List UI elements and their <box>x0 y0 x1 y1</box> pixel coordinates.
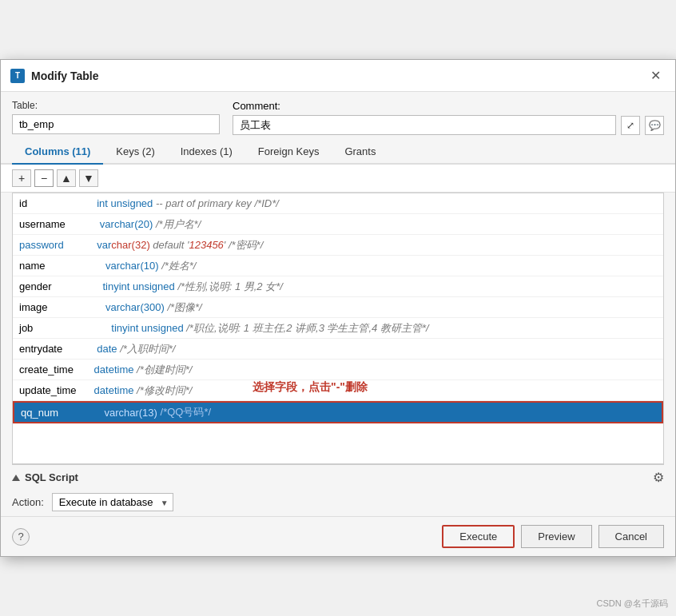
close-button[interactable]: ✕ <box>646 66 666 85</box>
col-name-gender: gender <box>19 280 91 292</box>
form-area: Table: Comment: ⤢ 💬 <box>1 92 675 140</box>
col-name-qq-num: qq_num <box>21 407 93 419</box>
columns-toolbar: + − ▲ ▼ <box>1 165 675 193</box>
col-comment-job: /*职位,说明: 1 班主任,2 讲师,3 学生主管,4 教研主管*/ <box>184 321 429 336</box>
table-row-selected[interactable]: qq_num varchar(13) /*QQ号码*/ <box>13 401 663 423</box>
sql-title: SQL Script <box>25 471 78 483</box>
dialog-icon: T <box>10 69 25 83</box>
col-comment-password: default '123456' /*密码*/ <box>150 238 264 252</box>
table-label: Table: <box>12 100 220 111</box>
table-name-group: Table: <box>12 100 220 134</box>
col-comment-id: -- part of primary key /*ID*/ <box>153 197 278 209</box>
table-row[interactable]: gender tinyint unsigned /*性别,说明: 1 男,2 女… <box>13 276 663 297</box>
footer-buttons: Execute Preview Cancel <box>442 525 664 548</box>
add-column-button[interactable]: + <box>12 169 31 187</box>
col-comment-qq-num: /*QQ号码*/ <box>157 405 211 419</box>
sql-header: SQL Script ⚙ <box>12 464 664 488</box>
cancel-button[interactable]: Cancel <box>598 525 664 548</box>
col-comment-image: /*图像*/ <box>165 300 202 315</box>
col-type-entrydate: date <box>91 343 117 355</box>
footer-row: ? Execute Preview Cancel <box>1 516 675 556</box>
table-row[interactable]: create_time datetime /*创建时间*/ <box>13 360 663 380</box>
col-name-image: image <box>19 301 91 313</box>
col-comment-name: /*姓名*/ <box>159 259 197 273</box>
tab-keys[interactable]: Keys (2) <box>103 140 167 165</box>
col-comment-entrydate: /*入职时间*/ <box>117 342 176 356</box>
remove-column-button[interactable]: − <box>34 169 54 187</box>
col-type-job: tinyint unsigned <box>91 322 184 334</box>
col-type-qq-num: varchar(13) <box>93 407 157 419</box>
sql-section: SQL Script ⚙ Action: Execute in database… <box>1 464 675 516</box>
table-row[interactable]: username varchar(20) /*用户名*/ <box>13 214 663 235</box>
title-bar-left: T Modify Table <box>10 69 99 83</box>
columns-table: id int unsigned -- part of primary key /… <box>12 193 664 464</box>
modify-table-dialog: T Modify Table ✕ Table: Comment: ⤢ 💬 Col… <box>0 59 676 557</box>
table-row[interactable]: update_time datetime /*修改时间*/ 选择字段，点击"-"… <box>13 380 663 401</box>
dialog-title: Modify Table <box>31 70 99 82</box>
col-name-id: id <box>19 197 91 209</box>
col-name-username: username <box>19 218 91 230</box>
action-select[interactable]: Execute in database Preview only None <box>52 493 173 511</box>
watermark: CSDN @名千源码 <box>597 598 668 610</box>
sql-header-left: SQL Script <box>12 471 78 483</box>
tab-columns[interactable]: Columns (11) <box>12 140 103 165</box>
col-comment-update-time: /*修改时间*/ <box>133 384 192 398</box>
table-row[interactable]: id int unsigned -- part of primary key /… <box>13 193 663 214</box>
tab-foreign-keys[interactable]: Foreign Keys <box>245 140 332 165</box>
gear-icon[interactable]: ⚙ <box>653 470 664 485</box>
comment-row: ⤢ 💬 <box>233 115 664 135</box>
col-comment-gender: /*性别,说明: 1 男,2 女*/ <box>175 280 283 294</box>
collapse-icon[interactable] <box>12 475 20 481</box>
table-row[interactable]: name varchar(10) /*姓名*/ <box>13 256 663 276</box>
col-name-name: name <box>19 260 91 272</box>
col-comment-create-time: /*创建时间*/ <box>133 363 192 377</box>
col-type-gender: tinyint unsigned <box>91 280 175 292</box>
annotation-text: 选择字段，点击"-"删除 <box>253 380 368 395</box>
comment-group: Comment: ⤢ 💬 <box>233 100 664 135</box>
col-name-job: job <box>19 322 91 334</box>
table-row[interactable]: password varchar(32) default '123456' /*… <box>13 235 663 256</box>
col-name-entrydate: entrydate <box>19 343 91 355</box>
col-type-update-time: datetime <box>91 384 133 396</box>
expand-comment-button[interactable]: ⤢ <box>621 116 640 135</box>
col-type-name: varchar(10) <box>91 260 159 272</box>
action-select-wrapper: Execute in database Preview only None <box>52 493 173 511</box>
comment-label: Comment: <box>233 100 664 112</box>
table-row[interactable]: job tinyint unsigned /*职位,说明: 1 班主任,2 讲师… <box>13 318 663 339</box>
col-type-create-time: datetime <box>91 364 133 376</box>
tabs-bar: Columns (11) Keys (2) Indexes (1) Foreig… <box>1 140 675 165</box>
table-row[interactable]: image varchar(300) /*图像*/ <box>13 297 663 318</box>
tab-grants[interactable]: Grants <box>332 140 388 165</box>
title-bar: T Modify Table ✕ <box>1 60 675 92</box>
col-type-image: varchar(300) <box>91 301 165 313</box>
table-row[interactable]: entrydate date /*入职时间*/ <box>13 339 663 360</box>
move-down-button[interactable]: ▼ <box>79 169 98 187</box>
col-name-create-time: create_time <box>19 364 91 376</box>
help-button[interactable]: ? <box>12 528 30 546</box>
action-row: Action: Execute in database Preview only… <box>12 488 664 516</box>
comment-input[interactable] <box>233 115 616 135</box>
col-name-update-time: update_time <box>19 384 91 396</box>
table-name-input[interactable] <box>12 114 220 134</box>
col-comment-username: /*用户名*/ <box>153 217 201 232</box>
move-up-button[interactable]: ▲ <box>57 169 76 187</box>
action-label: Action: <box>12 496 44 508</box>
col-type-password: varchar(32) <box>91 239 150 251</box>
col-name-password: password <box>19 239 91 251</box>
col-type-username: varchar(20) <box>91 218 153 230</box>
execute-button[interactable]: Execute <box>442 525 515 548</box>
comment-icon-button[interactable]: 💬 <box>645 116 664 135</box>
preview-button[interactable]: Preview <box>521 525 591 548</box>
col-type-id: int unsigned <box>91 197 153 209</box>
tab-indexes[interactable]: Indexes (1) <box>168 140 245 165</box>
